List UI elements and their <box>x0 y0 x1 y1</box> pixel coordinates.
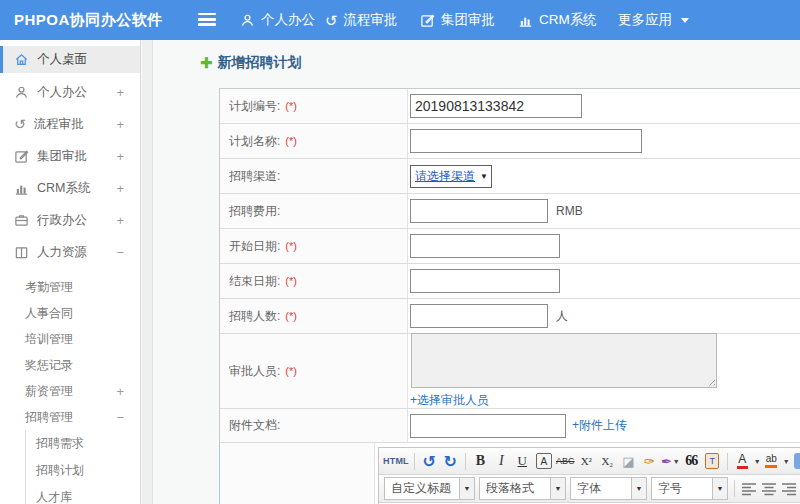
sidebar-item-attendance[interactable]: 考勤管理 <box>0 274 140 300</box>
editor-toolbar-row1: HTML ↺ ↻ B I U A ABC X² X₂ ◪ <box>379 448 800 475</box>
form-row-end-date: 结束日期:(*) <box>220 264 800 299</box>
headcount-input[interactable] <box>410 304 548 328</box>
person-icon <box>240 13 255 28</box>
sidebar-item-crm[interactable]: CRM系统 + <box>0 172 140 204</box>
sidebar-item-training[interactable]: 培训管理 <box>0 326 140 352</box>
plan-name-input[interactable] <box>410 129 642 153</box>
edit-icon <box>420 13 435 28</box>
superscript-button[interactable]: X² <box>577 451 596 471</box>
font-size-dropdown[interactable]: 字号▼ <box>651 477 728 500</box>
sidebar: 个人桌面 个人办公 + ↺ 流程审批 + 集团审批 + CRM系统 + 行政办公… <box>0 40 141 504</box>
collapse-toggle[interactable]: − <box>116 245 124 260</box>
person-icon <box>14 85 29 100</box>
field-label: 开始日期: <box>229 238 280 255</box>
nav-item-label: CRM系统 <box>539 11 597 29</box>
nav-personal-office[interactable]: 个人办公 <box>240 0 315 40</box>
sidebar-item-process-approval[interactable]: ↺ 流程审批 + <box>0 108 140 140</box>
field-label: 审批人员: <box>229 363 280 380</box>
sidebar-item-label: 流程审批 <box>34 116 84 133</box>
nav-more-apps[interactable]: 更多应用 <box>618 0 689 40</box>
sidebar-item-desktop[interactable]: 个人桌面 <box>0 46 140 73</box>
blockquote-button[interactable]: 66 <box>682 451 701 471</box>
sidebar-item-admin-office[interactable]: 行政办公 + <box>0 204 140 236</box>
font-color-caret[interactable]: ▼ <box>754 458 761 465</box>
collapse-toggle[interactable]: − <box>116 410 124 425</box>
sidebar-item-group-approval[interactable]: 集团审批 + <box>0 140 140 172</box>
recruit-submenu: 招聘需求 招聘计划 人才库 <box>25 430 140 504</box>
nav-crm-system[interactable]: CRM系统 <box>518 0 597 40</box>
highlight-color-button[interactable]: ab <box>762 451 781 471</box>
sidebar-gutter <box>142 40 153 504</box>
chart-icon <box>518 13 533 28</box>
briefcase-icon <box>14 213 29 228</box>
cost-unit: RMB <box>556 204 583 218</box>
process-icon: ↺ <box>325 13 338 28</box>
eraser-icon[interactable]: ◪ <box>619 451 638 471</box>
expand-toggle[interactable]: + <box>116 149 124 164</box>
font-color-button[interactable]: A <box>733 451 752 471</box>
expand-toggle[interactable]: + <box>116 181 124 196</box>
highlight-caret[interactable]: ▼ <box>783 458 790 465</box>
expand-toggle[interactable]: + <box>116 384 124 399</box>
bold-button[interactable]: B <box>471 451 490 471</box>
sidebar-item-recruit-plan[interactable]: 招聘计划 <box>26 457 140 484</box>
clear-format-icon[interactable]: ✑ <box>640 451 659 471</box>
font-family-dropdown[interactable]: 字体▼ <box>570 477 647 500</box>
expand-toggle[interactable]: + <box>116 85 124 100</box>
sidebar-item-hr-contract[interactable]: 人事合同 <box>0 300 140 326</box>
paste-as-text-icon[interactable]: T <box>703 451 722 471</box>
char-border-button[interactable]: A <box>536 453 552 469</box>
nav-group-approval[interactable]: 集团审批 <box>420 0 495 40</box>
field-label: 计划编号: <box>229 98 280 115</box>
undo-icon[interactable]: ↺ <box>420 451 439 471</box>
caret-down-icon <box>681 18 689 23</box>
align-left-icon[interactable] <box>741 482 757 496</box>
sidebar-item-personal-office[interactable]: 个人办公 + <box>0 76 140 108</box>
sidebar-item-talent-pool[interactable]: 人才库 <box>26 484 140 504</box>
align-center-icon[interactable] <box>761 482 777 496</box>
form-row-headcount: 招聘人数:(*) 人 <box>220 299 800 334</box>
sidebar-item-recruit-mgmt[interactable]: 招聘管理− <box>0 404 140 430</box>
clipped-toolbar-icon[interactable] <box>794 453 800 469</box>
sidebar-item-recruit-demand[interactable]: 招聘需求 <box>26 430 140 457</box>
sidebar-item-label: 个人办公 <box>37 84 87 101</box>
format-painter-icon[interactable]: ✒▼ <box>661 451 680 471</box>
cost-input[interactable] <box>410 199 548 223</box>
required-mark: (*) <box>285 100 297 112</box>
redo-icon[interactable]: ↻ <box>441 451 460 471</box>
hamburger-menu-icon[interactable] <box>198 13 216 27</box>
underline-button[interactable]: U <box>513 451 532 471</box>
custom-title-dropdown[interactable]: 自定义标题▼ <box>384 477 475 500</box>
field-label: 招聘渠道: <box>229 168 280 185</box>
form-row-plan-name: 计划名称:(*) <box>220 124 800 159</box>
expand-toggle[interactable]: + <box>116 213 124 228</box>
sidebar-item-hr[interactable]: 人力资源 − <box>0 236 140 268</box>
select-caret-icon: ▼ <box>480 172 488 181</box>
channel-select[interactable]: 请选择渠道 ▼ <box>410 165 492 188</box>
strikethrough-button[interactable]: ABC <box>556 451 575 471</box>
italic-button[interactable]: I <box>492 451 511 471</box>
end-date-input[interactable] <box>410 269 560 293</box>
nav-process-approval[interactable]: ↺ 流程审批 <box>325 0 398 40</box>
dropdown-caret-icon: ▼ <box>459 478 474 499</box>
select-approver-link[interactable]: +选择审批人员 <box>410 393 489 407</box>
required-mark: (*) <box>285 310 297 322</box>
expand-toggle[interactable]: + <box>116 117 124 132</box>
attachment-input[interactable] <box>410 414 566 438</box>
main-content: ✚ 新增招聘计划 计划编号:(*) 计划名称:(*) 招聘渠道: 请选择渠道 ▼ <box>153 40 800 504</box>
paragraph-format-dropdown[interactable]: 段落格式▼ <box>479 477 566 500</box>
sidebar-item-rewards[interactable]: 奖惩记录 <box>0 352 140 378</box>
html-source-button[interactable]: HTML <box>383 451 409 471</box>
plus-icon: ✚ <box>200 54 213 72</box>
approver-textarea[interactable] <box>411 333 717 388</box>
field-label: 结束日期: <box>229 273 280 290</box>
required-mark: (*) <box>285 275 297 287</box>
plan-no-input[interactable] <box>410 94 582 118</box>
sidebar-item-salary[interactable]: 薪资管理+ <box>0 378 140 404</box>
start-date-input[interactable] <box>410 234 560 258</box>
headcount-unit: 人 <box>556 308 568 325</box>
sidebar-item-label: 集团审批 <box>37 148 87 165</box>
align-right-icon[interactable] <box>781 482 797 496</box>
subscript-button[interactable]: X₂ <box>598 451 617 471</box>
attachment-upload-link[interactable]: +附件上传 <box>572 417 627 434</box>
